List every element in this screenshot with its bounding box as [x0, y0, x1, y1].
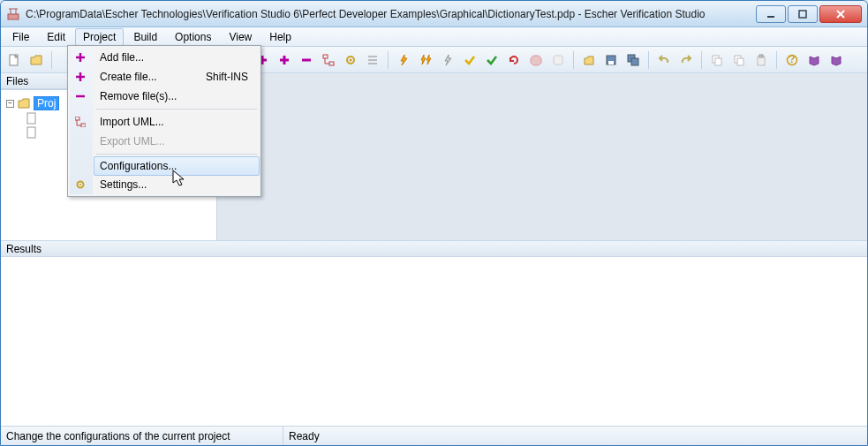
menu-item-label: Export UML... — [100, 135, 164, 147]
minimize-button[interactable] — [756, 5, 786, 23]
app-icon — [6, 7, 20, 21]
gear-icon[interactable] — [341, 50, 360, 70]
menu-item-label: Configurations... — [100, 160, 177, 172]
lightning-icon[interactable] — [394, 50, 413, 70]
collapse-icon[interactable]: − — [6, 100, 14, 108]
status-hint: Change the configurations of the current… — [1, 427, 283, 445]
menu-options[interactable]: Options — [167, 28, 219, 46]
svg-rect-43 — [75, 117, 79, 120]
menu-edit[interactable]: Edit — [39, 28, 73, 46]
svg-rect-25 — [608, 61, 614, 64]
editor-area — [217, 73, 867, 240]
project-dropdown: Add file... Create file... Shift-INS Rem… — [67, 45, 261, 197]
minus-magenta-icon — [73, 89, 87, 103]
plus-magenta-icon — [73, 50, 87, 64]
book-purple-icon[interactable] — [804, 50, 824, 70]
svg-rect-31 — [737, 58, 743, 65]
svg-rect-15 — [329, 62, 334, 65]
tree-node-label: Proj — [34, 96, 59, 110]
svg-rect-37 — [27, 127, 35, 138]
separator — [96, 109, 257, 110]
copy-icon[interactable] — [729, 50, 749, 70]
svg-rect-36 — [27, 113, 35, 124]
separator — [388, 51, 389, 69]
separator — [648, 51, 649, 69]
menu-project[interactable]: Project — [75, 28, 124, 46]
menu-item-label: Remove file(s)... — [100, 90, 177, 102]
copy-icon[interactable] — [707, 50, 727, 70]
svg-rect-33 — [759, 55, 763, 57]
results-panel-title: Results — [6, 243, 42, 255]
book-purple-icon[interactable] — [826, 50, 846, 70]
svg-text:?: ? — [789, 54, 795, 65]
menubar: File Edit Project Build Options View Hel… — [1, 27, 867, 47]
file-icon — [26, 126, 38, 139]
svg-point-48 — [79, 184, 81, 185]
svg-rect-44 — [81, 124, 86, 127]
plus-magenta-icon — [73, 70, 87, 84]
minus-magenta-icon[interactable] — [297, 50, 316, 70]
menu-item-label: Create file... — [100, 71, 157, 83]
maximize-button[interactable] — [788, 5, 818, 23]
status-state: Ready — [283, 427, 325, 445]
help-icon[interactable]: ? — [782, 50, 802, 70]
files-panel-title: Files — [6, 75, 28, 87]
svg-rect-14 — [323, 55, 328, 58]
menu-file[interactable]: File — [4, 28, 37, 46]
svg-point-19 — [350, 58, 352, 61]
menu-export-uml: Export UML... — [94, 132, 259, 151]
titlebar: C:\ProgramData\Escher Technologies\Verif… — [1, 1, 867, 27]
svg-rect-27 — [631, 58, 638, 65]
menu-item-label: Settings... — [100, 178, 147, 191]
statusbar: Change the configurations of the current… — [1, 426, 867, 445]
check-green-icon[interactable] — [482, 50, 502, 70]
gear-icon — [73, 178, 87, 192]
svg-rect-29 — [715, 58, 721, 65]
menu-settings[interactable]: Settings... — [94, 175, 259, 194]
menu-view[interactable]: View — [221, 28, 260, 46]
close-button[interactable] — [819, 5, 862, 23]
svg-rect-23 — [554, 56, 562, 64]
menu-item-label: Import UML... — [100, 116, 164, 128]
open-folder-icon[interactable] — [26, 50, 46, 70]
new-file-icon[interactable] — [4, 50, 24, 70]
check-yellow-icon[interactable] — [460, 50, 479, 70]
file-icon — [26, 112, 38, 125]
blank-icon[interactable] — [548, 50, 568, 70]
paste-icon[interactable] — [751, 50, 771, 70]
save-icon[interactable] — [601, 50, 621, 70]
refresh-red-icon[interactable] — [504, 50, 524, 70]
redo-icon[interactable] — [676, 50, 696, 70]
menu-item-label: Add file... — [100, 51, 144, 64]
double-lightning-icon[interactable] — [416, 50, 435, 70]
open-icon[interactable] — [579, 50, 599, 70]
svg-rect-0 — [8, 14, 19, 19]
lightning-cancel-icon[interactable] — [438, 50, 457, 70]
list-icon[interactable] — [363, 50, 382, 70]
menu-import-uml[interactable]: Import UML... — [94, 112, 259, 132]
separator — [96, 154, 257, 155]
separator — [776, 51, 777, 69]
plus-magenta-icon[interactable] — [275, 50, 294, 70]
svg-rect-5 — [799, 11, 806, 18]
undo-icon[interactable] — [654, 50, 674, 70]
stop-disabled-icon[interactable] — [526, 50, 546, 70]
separator — [51, 51, 52, 69]
window-title: C:\ProgramData\Escher Technologies\Verif… — [26, 8, 756, 20]
results-body[interactable] — [1, 257, 867, 426]
separator — [701, 51, 702, 69]
save-all-icon[interactable] — [623, 50, 643, 70]
results-panel: Results — [1, 240, 867, 426]
menu-add-file[interactable]: Add file... — [94, 48, 259, 67]
menu-item-shortcut: Shift-INS — [206, 71, 248, 83]
separator — [573, 51, 574, 69]
menu-help[interactable]: Help — [261, 28, 299, 46]
menu-create-file[interactable]: Create file... Shift-INS — [94, 67, 259, 87]
menu-build[interactable]: Build — [125, 28, 165, 46]
folder-icon — [18, 97, 30, 110]
menu-configurations[interactable]: Configurations... — [94, 156, 260, 176]
uml-icon[interactable] — [319, 50, 338, 70]
menu-remove-files[interactable]: Remove file(s)... — [94, 87, 259, 106]
uml-icon — [73, 115, 87, 129]
